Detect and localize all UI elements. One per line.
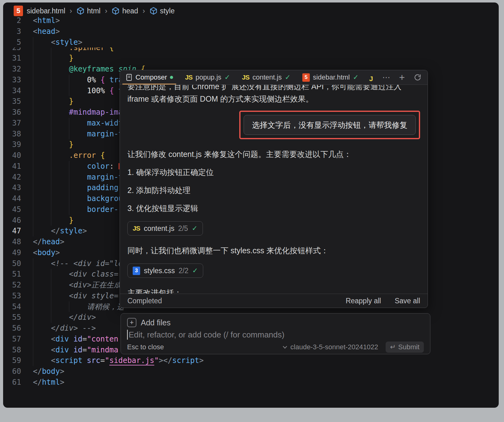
line-number: 44	[3, 193, 21, 204]
assistant-list-item: 2. 添加防抖动处理	[127, 185, 420, 196]
assistant-list-item: 1. 确保浮动按钮正确定位	[127, 167, 420, 178]
code-line-60[interactable]: 60</body>	[3, 366, 499, 377]
submit-button[interactable]: ↵ Submit	[386, 342, 424, 353]
code-text: border-r	[33, 204, 123, 215]
token: <	[51, 37, 55, 48]
breadcrumb-segment-style[interactable]: style	[149, 7, 175, 15]
line-number: 2	[3, 15, 21, 26]
code-line-5[interactable]: 5<style>	[3, 37, 499, 48]
code-text: padding:	[33, 182, 123, 193]
chip-filename: styles.css	[144, 265, 175, 276]
line-number: 38	[3, 129, 21, 140]
html5-icon: 5	[302, 73, 310, 82]
code-text: <html>	[33, 15, 60, 26]
code-text: 请稍候，这	[33, 301, 124, 312]
token: #mindmap-ima	[69, 107, 123, 118]
token: html	[42, 377, 60, 388]
token: head	[42, 236, 60, 247]
save-all-button[interactable]: Save all	[395, 297, 420, 305]
token	[114, 64, 118, 75]
code-text: margin-t	[33, 172, 123, 183]
composer-messages[interactable]: 要注意的是，目前 Chrome 扩 展还没有直接的侧边栏 API，你可能需要通过…	[120, 85, 428, 294]
code-text: </body>	[33, 366, 64, 377]
assistant-list: 1. 确保浮动按钮正确定位2. 添加防抖动处理3. 优化按钮显示逻辑	[127, 167, 420, 214]
add-files-label[interactable]: Add files	[141, 318, 171, 327]
breadcrumb-file[interactable]: sidebar.html	[27, 7, 65, 15]
token: </div> -->	[51, 323, 96, 334]
line-number: 60	[3, 366, 21, 377]
reload-icon[interactable]	[414, 73, 422, 81]
code-text: <div>正在生成	[33, 280, 121, 291]
breadcrumb-segment-html[interactable]: html	[76, 7, 100, 15]
code-line-31[interactable]: 31}	[3, 53, 499, 64]
token	[69, 345, 73, 355]
js-icon: JS	[133, 223, 140, 234]
tab-label: Composer	[135, 73, 167, 81]
token: <div>正在生成	[69, 280, 121, 291]
token: 100%	[87, 85, 105, 96]
token: <div class='	[69, 269, 123, 280]
line-number: 54	[3, 301, 21, 312]
token: 0%	[87, 75, 96, 85]
file-chip-contentjs[interactable]: JS content.js 2/5 ✓	[127, 221, 203, 236]
model-selector[interactable]: claude-3-5-sonnet-20241022	[291, 343, 378, 351]
code-text: </head>	[33, 236, 64, 247]
user-message-bubble: 选择文字后，没有显示浮动按钮，请帮我修复	[244, 115, 416, 135]
token	[69, 334, 73, 345]
code-text: <script src="sidebar.js"></script>	[33, 355, 204, 366]
more-icon[interactable]: ⋯	[382, 73, 390, 81]
token	[105, 85, 109, 96]
esc-to-close-hint: Esc to close	[127, 343, 164, 351]
token: <	[33, 15, 37, 26]
token: =	[82, 334, 87, 345]
file-chip-stylescss[interactable]: 3 styles.css 2/2 ✓	[127, 264, 203, 278]
tab-composer[interactable]: Composer	[124, 70, 174, 85]
code-line-2[interactable]: 2<html>	[3, 15, 499, 26]
code-line-3[interactable]: 3<head>	[3, 26, 499, 37]
cube-icon	[149, 7, 158, 15]
tab-popup-js[interactable]: JSpopup.js✓	[184, 70, 231, 85]
token: =	[100, 355, 105, 366]
token: }	[69, 53, 73, 64]
line-number: 53	[3, 291, 21, 301]
token: <	[33, 26, 37, 37]
token: }	[69, 96, 73, 107]
token	[114, 85, 118, 96]
js-icon: JS	[242, 74, 250, 81]
line-number: 58	[3, 345, 21, 355]
code-line-25[interactable]: 25.spinner {	[3, 48, 499, 53]
tabbar-actions: J ⋯ + ×	[369, 72, 428, 82]
token: }	[69, 139, 73, 150]
code-text: <div style='	[33, 291, 123, 301]
token: max-widt	[87, 118, 123, 129]
assistant-text: 让我们修改 content.js 来修复这个问题。主要需要改进以下几点：	[127, 149, 420, 160]
tab-content-js[interactable]: JScontent.js✓	[241, 70, 292, 85]
composer-footer: Completed Reapply all Save all	[120, 294, 428, 308]
token	[105, 75, 109, 85]
prompt-input[interactable]: Edit, refactor, or add code (/ for comma…	[121, 327, 430, 340]
add-tab-icon[interactable]: +	[399, 72, 405, 82]
code-line-61[interactable]: 61</html>	[3, 377, 499, 388]
chevron-down-icon[interactable]	[282, 346, 287, 349]
breadcrumb-label: head	[122, 7, 138, 15]
annotation-red-box: 选择文字后，没有显示浮动按钮，请帮我修复	[239, 111, 420, 139]
token: head	[37, 26, 55, 37]
line-number: 51	[3, 269, 21, 280]
breadcrumb-segment-head[interactable]: head	[112, 7, 138, 15]
token: }	[69, 215, 73, 226]
token: @keyframes	[69, 64, 114, 75]
tab-label: popup.js	[195, 73, 221, 81]
line-number: 35	[3, 96, 21, 107]
token: >	[60, 236, 64, 247]
token: .error	[69, 150, 96, 161]
check-icon: ✓	[192, 223, 197, 234]
submit-label: Submit	[398, 343, 419, 351]
reapply-all-button[interactable]: Reapply all	[346, 297, 381, 305]
chip-filename: content.js	[144, 223, 174, 234]
code-line-59[interactable]: 59<script src="sidebar.js"></script>	[3, 355, 499, 366]
token: {	[100, 75, 105, 85]
line-number: 33	[3, 75, 21, 85]
token: 请稍候，这	[87, 301, 124, 312]
tab-sidebar-html[interactable]: 5sidebar.html✓	[301, 70, 360, 85]
add-files-button[interactable]: +	[127, 318, 136, 327]
